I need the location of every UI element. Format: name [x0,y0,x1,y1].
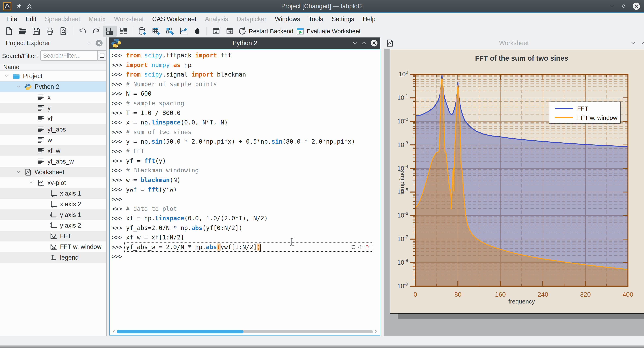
console-line[interactable]: >>> y = np.sin(50.0 * 2.0*np.pi*x) + 0.5… [112,137,380,146]
expander-icon[interactable] [16,170,21,174]
tree-item-y-axis-1[interactable]: y axis 1 [0,209,106,220]
toolbar-redo-button[interactable] [89,26,103,37]
toolbar-new-matrix-button[interactable] [163,26,177,37]
worksheet-paper[interactable]: FFT of the sum of two sines10010-110-210… [390,49,644,313]
move-command-icon[interactable] [358,245,363,249]
tree-item-xy-plot[interactable]: xy-plot [0,177,106,188]
search-filter-input[interactable] [40,50,100,61]
expander-icon[interactable] [28,180,34,185]
horizontal-scrollbar[interactable] [117,330,373,333]
tree-item-y[interactable]: y [0,103,106,113]
console-line[interactable]: >>> xf = np.linspace(0.0, 1.0/(2.0*T), N… [112,213,380,223]
toolbar-new-datasource-button[interactable] [136,26,149,37]
console-line[interactable]: >>> # FFT [112,146,380,156]
console-line[interactable]: >>> import numpy as np [112,60,380,70]
toolbar-color-droplet-button[interactable] [190,26,204,37]
tree-item-legend[interactable]: legend [0,252,106,263]
console-line[interactable]: >>> # data to plot [112,204,380,214]
console-close-icon[interactable] [370,39,378,47]
tree-column-header[interactable]: Name [0,63,106,71]
toolbar-evaluate-worksheet-button[interactable]: Evaluate Worksheet [295,26,362,37]
tree-item-x-axis-1[interactable]: x axis 1 [0,188,106,199]
fft-plot[interactable]: FFT of the sum of two sines10010-110-210… [390,49,644,312]
toolbar-new-file-button[interactable] [2,26,16,37]
tree-item-xf[interactable]: xf [0,113,106,124]
code-segment: .fftpack [162,52,195,59]
toolbar-window-export-button[interactable] [223,26,237,37]
minimize-icon[interactable] [608,3,615,10]
console-line[interactable]: >>> x = np.linspace(0.0, N*T, N) [112,118,380,127]
tree-item-x-axis-2[interactable]: x axis 2 [0,199,106,209]
menu-item-windows[interactable]: Windows [271,16,304,23]
expander-icon[interactable] [4,74,9,78]
chart-legend[interactable]: FFTFFT w. window [549,102,620,123]
float-panel-icon[interactable] [86,40,92,46]
tree-item-worksheet[interactable]: Worksheet [0,167,106,177]
tree-item-fft-w-window[interactable]: FFT w. window [0,241,106,252]
console-line[interactable]: >>> yf = fft(y) [112,156,380,166]
console-code-area[interactable]: >>> from scipy.fftpack import fft>>> imp… [110,49,380,335]
menu-item-settings[interactable]: Settings [328,16,358,23]
active-command-box[interactable]: yf_abs_w = 2.0/N * np.abs(ywf[1:N/2]) [124,242,372,252]
toolbar-print-button[interactable] [43,26,57,37]
scroll-left-icon[interactable] [112,330,116,334]
tree-item-w[interactable]: w [0,135,106,145]
menu-item-file[interactable]: File [3,16,21,23]
console-line[interactable]: >>> yf_abs=2.0/N * np.abs(yf[0:N/2]) [112,223,380,233]
expander-icon[interactable] [16,84,21,89]
tree-item-project[interactable]: Project [0,71,106,81]
filter-options-button[interactable] [98,50,107,61]
menu-item-help[interactable]: Help [358,16,380,23]
console-line[interactable]: >>> from scipy.fftpack import fft [112,51,380,60]
console-line[interactable]: >>> N = 600 [112,89,380,99]
tree-item-y-axis-2[interactable]: y axis 2 [0,220,106,231]
toolbar-new-spreadsheet-button[interactable] [149,26,163,37]
worksheet-minimize-icon[interactable] [630,40,636,46]
console-line[interactable]: >>> # Blackman windowing [112,166,380,175]
console-body[interactable]: >>> from scipy.fftpack import fft>>> imp… [109,49,380,335]
toolbar-undo-button[interactable] [76,26,89,37]
worksheet-canvas[interactable]: FFT of the sum of two sines10010-110-210… [384,49,644,336]
tree-item-yf-abs-w[interactable]: yf_abs_w [0,156,106,167]
console-maximize-icon[interactable] [361,40,367,46]
tree-item-x[interactable]: x [0,92,106,103]
console-line[interactable]: >>> # sum of two sines [112,127,380,137]
console-line[interactable]: >>> [112,252,380,261]
console-line[interactable]: >>> yf_abs_w = 2.0/N * np.abs(ywf[1:N/2]… [112,242,380,252]
console-line[interactable]: >>> xf_w = xf[1:N/2] [112,233,380,242]
toolbar-open-folder-button[interactable] [16,26,30,37]
tree-item-fft[interactable]: FFT [0,231,106,241]
console-line[interactable]: >>> [112,194,380,204]
code-segment: (N) [170,176,180,183]
menu-item-edit[interactable]: Edit [21,16,40,23]
toolbar-new-worksheet-button[interactable] [177,26,190,37]
tree-item-xf-w[interactable]: xf_w [0,145,106,156]
delete-command-icon[interactable] [365,245,370,249]
console-line[interactable]: >>> # Number of sample points [112,79,380,89]
menu-item-cas-worksheet[interactable]: CAS Worksheet [148,16,201,23]
console-line[interactable]: >>> w = blackman(N) [112,175,380,185]
tree-item-python-2[interactable]: Python 2 [0,81,106,92]
console-line[interactable]: >>> # sample spacing [112,99,380,108]
toolbar-tile-windows-button[interactable] [117,26,130,37]
toolbar-restart-backend-button[interactable]: Restart Backend [237,26,295,37]
close-panel-icon[interactable] [96,39,103,47]
scroll-right-icon[interactable] [374,330,378,334]
toolbar-cascade-windows-button[interactable] [103,26,117,37]
console-line[interactable]: >>> T = 1.0 / 800.0 [112,108,380,118]
console-line[interactable]: >>> ywf = fft(y*w) [112,185,380,194]
tree-item-yf-abs[interactable]: yf_abs [0,124,106,135]
console-line[interactable]: >>> from scipy.signal import blackman [112,70,380,79]
menu-item-tools[interactable]: Tools [304,16,328,23]
toolbar-window-import-button[interactable] [209,26,223,37]
scrollbar-thumb[interactable] [117,330,244,333]
console-titlebar[interactable]: Python 2 [109,38,380,49]
worksheet-titlebar[interactable]: Worksheet [384,38,644,49]
close-icon[interactable] [632,2,640,10]
toolbar-print-preview-button[interactable] [57,26,70,37]
maximize-icon[interactable] [621,3,627,9]
rerun-command-icon[interactable] [351,245,356,249]
toolbar-save-button[interactable] [30,26,43,37]
console-minimize-icon[interactable] [352,40,358,46]
worksheet-maximize-icon[interactable] [641,40,644,46]
